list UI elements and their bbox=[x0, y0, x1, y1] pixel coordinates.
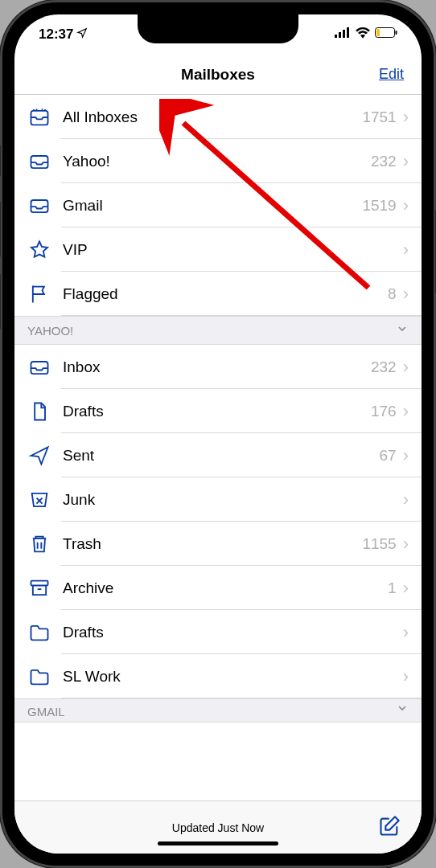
svg-rect-11 bbox=[31, 580, 48, 585]
mailbox-row[interactable]: Gmail1519› bbox=[14, 183, 422, 227]
mailbox-row[interactable]: Flagged8› bbox=[14, 272, 422, 316]
mailbox-count: 1519 bbox=[362, 197, 396, 215]
chevron-right-icon: › bbox=[403, 240, 409, 260]
svg-rect-3 bbox=[347, 27, 349, 38]
svg-rect-1 bbox=[339, 32, 341, 38]
mailbox-count: 232 bbox=[371, 153, 397, 170]
chevron-right-icon: › bbox=[403, 622, 409, 643]
edit-button[interactable]: Edit bbox=[379, 66, 404, 83]
svg-rect-5 bbox=[396, 31, 397, 35]
wifi-icon bbox=[356, 27, 370, 43]
mailbox-row[interactable]: VIP› bbox=[14, 227, 422, 272]
mailbox-count: 1155 bbox=[362, 535, 396, 553]
mailbox-label: Archive bbox=[63, 579, 388, 597]
mailbox-label: Trash bbox=[63, 535, 362, 553]
cellular-icon bbox=[335, 27, 351, 43]
mailbox-row[interactable]: SL Work› bbox=[14, 654, 422, 698]
chevron-right-icon: › bbox=[403, 401, 409, 422]
chevron-right-icon: › bbox=[403, 489, 409, 510]
mailbox-label: VIP bbox=[63, 241, 403, 259]
chevron-right-icon: › bbox=[403, 284, 409, 305]
svg-rect-0 bbox=[335, 35, 337, 38]
chevron-right-icon: › bbox=[403, 445, 409, 466]
chevron-down-icon bbox=[396, 702, 409, 719]
mailbox-label: Inbox bbox=[63, 358, 371, 376]
mailbox-row[interactable]: Drafts176› bbox=[14, 389, 422, 433]
drafts-icon bbox=[26, 398, 53, 425]
mailbox-label: Yahoo! bbox=[63, 153, 371, 170]
mailbox-label: All Inboxes bbox=[63, 108, 362, 126]
compose-button[interactable] bbox=[378, 815, 401, 841]
svg-rect-2 bbox=[343, 30, 345, 38]
battery-icon bbox=[375, 27, 397, 43]
mailbox-label: Drafts bbox=[63, 403, 371, 420]
section-header[interactable]: YAHOO! bbox=[14, 316, 422, 345]
mailbox-count: 67 bbox=[380, 447, 397, 465]
archive-icon bbox=[26, 575, 53, 602]
mailbox-count: 1 bbox=[388, 579, 397, 597]
mailbox-row[interactable]: Trash1155› bbox=[14, 522, 422, 566]
section-title: GMAIL bbox=[27, 705, 65, 719]
mailbox-row[interactable]: Archive1› bbox=[14, 566, 422, 610]
all-inboxes-icon bbox=[26, 104, 53, 131]
mailbox-label: Junk bbox=[63, 491, 403, 509]
section-title: YAHOO! bbox=[27, 324, 73, 338]
chevron-right-icon: › bbox=[403, 578, 409, 599]
mailbox-label: Sent bbox=[63, 447, 380, 465]
inbox-icon bbox=[26, 148, 53, 175]
svg-rect-6 bbox=[376, 29, 380, 36]
mailbox-label: SL Work bbox=[63, 668, 403, 686]
folder-icon bbox=[26, 663, 53, 690]
section-header[interactable]: GMAIL bbox=[14, 698, 422, 723]
star-icon bbox=[26, 236, 53, 264]
chevron-right-icon: › bbox=[403, 534, 409, 555]
mailbox-label: Gmail bbox=[63, 197, 362, 215]
mailbox-count: 1751 bbox=[362, 108, 396, 126]
flag-icon bbox=[26, 280, 53, 308]
chevron-right-icon: › bbox=[403, 357, 409, 378]
mailbox-row[interactable]: Junk› bbox=[14, 477, 422, 522]
folder-icon bbox=[26, 619, 53, 646]
status-time: 12:37 bbox=[39, 27, 73, 43]
mailbox-label: Flagged bbox=[63, 285, 388, 303]
mailbox-row[interactable]: Sent67› bbox=[14, 433, 422, 477]
trash-icon bbox=[26, 530, 53, 558]
chevron-right-icon: › bbox=[403, 107, 409, 128]
mailbox-label: Drafts bbox=[63, 624, 403, 641]
inbox-icon bbox=[26, 192, 53, 219]
mailbox-row[interactable]: Drafts› bbox=[14, 610, 422, 654]
mailbox-count: 176 bbox=[371, 403, 397, 420]
toolbar-status: Updated Just Now bbox=[172, 821, 264, 834]
mailbox-count: 232 bbox=[371, 358, 397, 376]
location-icon bbox=[76, 27, 88, 43]
sent-icon bbox=[26, 442, 53, 469]
chevron-down-icon bbox=[396, 322, 409, 339]
home-indicator[interactable] bbox=[158, 841, 278, 845]
mailbox-row[interactable]: All Inboxes1751› bbox=[14, 95, 422, 139]
toolbar: Updated Just Now bbox=[14, 800, 422, 854]
chevron-right-icon: › bbox=[403, 151, 409, 172]
junk-icon bbox=[26, 486, 53, 514]
chevron-right-icon: › bbox=[403, 666, 409, 687]
inbox-icon bbox=[26, 354, 53, 381]
page-title: Mailboxes bbox=[181, 66, 255, 84]
chevron-right-icon: › bbox=[403, 195, 409, 216]
mailbox-row[interactable]: Yahoo!232› bbox=[14, 139, 422, 183]
nav-bar: Mailboxes Edit bbox=[14, 55, 422, 95]
mailbox-count: 8 bbox=[388, 285, 397, 303]
mailbox-row[interactable]: Inbox232› bbox=[14, 345, 422, 389]
